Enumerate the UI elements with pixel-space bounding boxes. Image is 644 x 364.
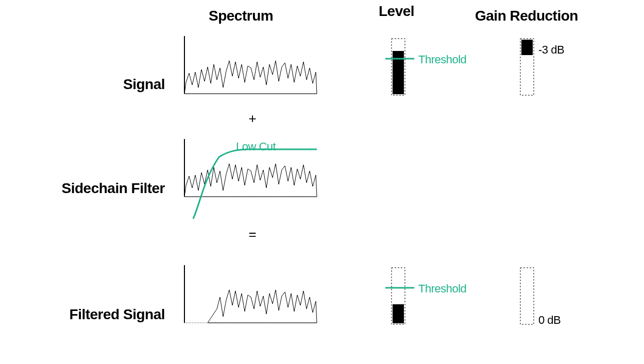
svg-rect-3 xyxy=(393,51,404,94)
svg-rect-12 xyxy=(393,304,404,323)
filter-label-lowcut: Low Cut xyxy=(236,140,276,153)
level-meter-signal xyxy=(392,39,453,100)
threshold-label-signal: Threshold xyxy=(418,53,466,66)
svg-rect-6 xyxy=(521,40,533,55)
row-label-sidechain: Sidechain Filter xyxy=(0,180,165,197)
col-header-gain-reduction: Gain Reduction xyxy=(475,8,578,24)
level-meter-filtered xyxy=(392,268,453,330)
gain-reduction-label-filtered: 0 dB xyxy=(538,314,561,327)
row-label-signal: Signal xyxy=(0,76,165,93)
col-header-spectrum: Spectrum xyxy=(209,8,273,24)
operator-plus: + xyxy=(245,111,260,127)
col-header-level: Level xyxy=(379,3,414,20)
operator-equals: = xyxy=(245,227,260,242)
threshold-label-filtered: Threshold xyxy=(418,282,466,296)
gain-reduction-label-signal: -3 dB xyxy=(538,43,564,57)
row-label-filtered: Filtered Signal xyxy=(0,306,165,323)
svg-rect-14 xyxy=(520,268,534,324)
spectrum-signal xyxy=(183,36,322,98)
spectrum-filtered xyxy=(183,265,322,327)
